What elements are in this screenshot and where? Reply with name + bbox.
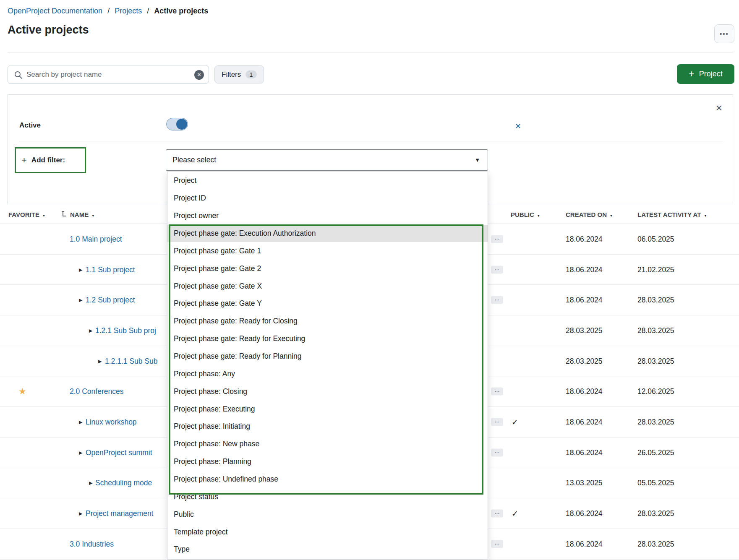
filter-select[interactable]: Please select ▼ xyxy=(166,149,488,171)
favorite-header-label: FAVORITE xyxy=(8,211,39,218)
latest-activity-cell: 28.03.2025 xyxy=(637,539,674,548)
sort-caret-icon: ▾ xyxy=(610,213,612,217)
filter-option[interactable]: Project phase: Closing xyxy=(167,383,488,400)
created-on-cell: 18.06.2024 xyxy=(566,234,603,243)
sort-caret-icon: ▾ xyxy=(704,213,706,217)
filter-option[interactable]: Project xyxy=(167,172,488,190)
latest-activity-cell: 05.05.2025 xyxy=(637,479,674,487)
breadcrumb-link-projects[interactable]: Projects xyxy=(115,7,142,15)
column-header-public[interactable]: PUBLIC▾ xyxy=(511,211,540,218)
hierarchy-icon[interactable] xyxy=(61,211,68,218)
title-divider xyxy=(8,52,733,52)
column-header-favorite[interactable]: FAVORITE▾ xyxy=(8,211,45,218)
project-name-link[interactable]: Scheduling mode xyxy=(95,479,152,487)
sort-caret-icon: ▾ xyxy=(92,213,94,217)
project-name-link[interactable]: OpenProject summit xyxy=(86,448,152,457)
filter-option[interactable]: Project phase: Undefined phase xyxy=(167,471,488,488)
row-actions-button[interactable]: ... xyxy=(491,540,503,548)
panel-divider xyxy=(19,141,722,141)
sort-caret-icon: ▾ xyxy=(538,213,540,217)
more-actions-button[interactable]: ••• xyxy=(714,24,734,43)
active-filter-label: Active xyxy=(19,121,41,130)
expand-arrow-icon[interactable]: ▶ xyxy=(79,267,82,272)
latest-activity-cell: 06.05.2025 xyxy=(637,234,674,243)
filter-option[interactable]: Public xyxy=(167,505,488,523)
public-header-label: PUBLIC xyxy=(511,211,534,218)
close-filter-panel-icon[interactable]: ✕ xyxy=(715,103,723,113)
filter-option[interactable]: Template project xyxy=(167,523,488,541)
active-filter-toggle[interactable] xyxy=(166,118,188,130)
filter-option[interactable]: Project phase gate: Ready for Closing xyxy=(167,313,488,330)
filters-button[interactable]: Filters 1 xyxy=(214,65,264,83)
created-on-cell: 28.03.2025 xyxy=(566,357,603,365)
name-header-label: NAME xyxy=(70,211,89,218)
project-name-link[interactable]: Linux workshop xyxy=(86,417,137,426)
filter-option[interactable]: Type xyxy=(167,541,488,558)
project-name-link[interactable]: 1.2.1 Sub Sub proj xyxy=(95,326,156,335)
search-icon xyxy=(14,70,23,79)
column-header-latest-activity[interactable]: LATEST ACTIVITY AT▾ xyxy=(637,211,706,218)
filters-count-badge: 1 xyxy=(245,70,256,78)
project-name-link[interactable]: Project management xyxy=(86,509,153,518)
filter-option[interactable]: Project phase gate: Gate 1 xyxy=(167,242,488,260)
created-on-cell: 18.06.2024 xyxy=(566,265,603,274)
project-name-link[interactable]: 1.2 Sub project xyxy=(86,296,135,305)
filter-option[interactable]: Project owner xyxy=(167,207,488,225)
filter-option[interactable]: Project phase gate: Gate 2 xyxy=(167,260,488,277)
column-header-name[interactable]: NAME▾ xyxy=(70,211,94,218)
filter-option[interactable]: Project phase: Initiating xyxy=(167,418,488,435)
created-on-cell: 18.06.2024 xyxy=(566,448,603,457)
toggle-knob xyxy=(176,119,187,130)
row-actions-button[interactable]: ... xyxy=(491,448,503,456)
remove-active-filter-icon[interactable]: ✕ xyxy=(515,122,521,131)
project-name-link[interactable]: 1.0 Main project xyxy=(70,234,122,243)
filter-option[interactable]: Project phase gate: Ready for Planning xyxy=(167,348,488,365)
row-actions-button[interactable]: ... xyxy=(491,418,503,426)
public-check-icon: ✓ xyxy=(512,417,518,427)
row-actions-button[interactable]: ... xyxy=(491,510,503,518)
clear-search-icon[interactable]: ✕ xyxy=(194,70,204,80)
row-actions-button[interactable]: ... xyxy=(491,388,503,396)
expand-arrow-icon[interactable]: ▶ xyxy=(89,480,92,486)
row-actions-button[interactable]: ... xyxy=(491,235,503,243)
created-on-cell: 18.06.2024 xyxy=(566,417,603,426)
filter-option[interactable]: Project phase: New phase xyxy=(167,435,488,453)
filter-option[interactable]: Project phase gate: Ready for Executing xyxy=(167,330,488,348)
latest-activity-cell: 12.06.2025 xyxy=(637,387,674,396)
row-actions-button[interactable]: ... xyxy=(491,266,503,273)
filter-option[interactable]: Project status xyxy=(167,488,488,505)
add-filter-label: Add filter: xyxy=(31,156,65,164)
column-header-created-on[interactable]: CREATED ON▾ xyxy=(566,211,612,218)
project-name-link[interactable]: 2.0 Conferences xyxy=(70,387,123,396)
filter-option[interactable]: Project phase gate: Gate X xyxy=(167,277,488,295)
favorite-star-icon[interactable]: ★ xyxy=(18,386,26,396)
project-name-link[interactable]: 1.1 Sub project xyxy=(86,265,135,274)
filter-option[interactable]: Project phase gate: Gate Y xyxy=(167,295,488,313)
created-on-cell: 13.03.2025 xyxy=(566,479,603,487)
latest-activity-cell: 26.05.2025 xyxy=(637,448,674,457)
expand-arrow-icon[interactable]: ▶ xyxy=(79,511,82,516)
project-name-link[interactable]: 3.0 Industries xyxy=(70,539,114,548)
project-name-link[interactable]: 1.2.1.1 Sub Sub xyxy=(105,357,158,365)
chevron-down-icon: ▼ xyxy=(475,157,480,163)
latest-activity-cell: 21.02.2025 xyxy=(637,265,674,274)
expand-arrow-icon[interactable]: ▶ xyxy=(79,297,82,303)
filter-option[interactable]: Project phase: Planning xyxy=(167,453,488,471)
plus-icon: + xyxy=(21,155,27,166)
breadcrumb-link-documentation[interactable]: OpenProject Documentation xyxy=(8,7,102,15)
new-project-button[interactable]: + Project xyxy=(677,64,734,84)
expand-arrow-icon[interactable]: ▶ xyxy=(79,419,82,425)
expand-arrow-icon[interactable]: ▶ xyxy=(79,450,82,455)
breadcrumb: OpenProject Documentation / Projects / A… xyxy=(8,7,208,16)
filter-option[interactable]: Project ID xyxy=(167,190,488,207)
active-projects-page: OpenProject Documentation / Projects / A… xyxy=(0,0,739,560)
filter-option[interactable]: Project phase: Executing xyxy=(167,400,488,418)
created-on-cell: 18.06.2024 xyxy=(566,539,603,548)
expand-arrow-icon[interactable]: ▶ xyxy=(89,328,92,333)
filter-option[interactable]: Project phase gate: Execution Authorizat… xyxy=(167,225,488,242)
filter-option[interactable]: Project phase: Any xyxy=(167,365,488,383)
search-input[interactable] xyxy=(26,66,188,83)
row-actions-button[interactable]: ... xyxy=(491,296,503,304)
expand-arrow-icon[interactable]: ▶ xyxy=(98,358,102,364)
add-filter-button[interactable]: + Add filter: xyxy=(15,147,86,173)
